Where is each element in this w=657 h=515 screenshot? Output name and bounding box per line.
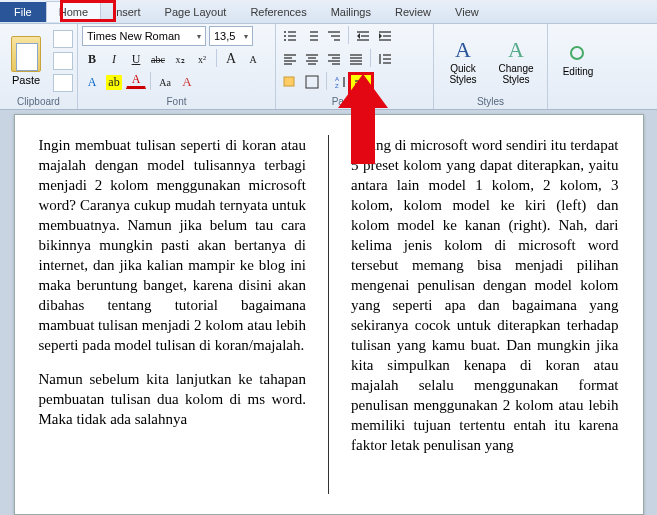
paste-button[interactable]: Paste bbox=[4, 36, 48, 86]
svg-point-2 bbox=[284, 35, 286, 37]
svg-point-0 bbox=[284, 31, 286, 33]
change-case-button[interactable]: Aa bbox=[155, 72, 175, 92]
chevron-down-icon: ▾ bbox=[244, 32, 248, 41]
highlight-sample: ab bbox=[106, 75, 121, 90]
change-styles-button[interactable]: A Change Styles bbox=[491, 37, 541, 85]
italic-button[interactable]: I bbox=[104, 49, 124, 69]
subscript-button[interactable]: x₂ bbox=[170, 49, 190, 69]
separator bbox=[370, 49, 371, 67]
format-painter-button[interactable] bbox=[53, 74, 73, 92]
ribbon: Paste Clipboard Times New Roman ▾ 13,5 ▾ bbox=[0, 24, 657, 110]
group-label-editing bbox=[552, 95, 604, 109]
superscript-button[interactable]: x² bbox=[192, 49, 212, 69]
shrink-font-button[interactable]: A bbox=[243, 49, 263, 69]
change-styles-label: Change Styles bbox=[491, 63, 541, 85]
line-spacing-button[interactable] bbox=[375, 49, 395, 69]
paragraph: Namun sebelum kita lanjutkan ke tahapan … bbox=[39, 369, 307, 429]
group-editing: Editing bbox=[548, 24, 608, 109]
quick-styles-button[interactable]: A Quick Styles bbox=[438, 37, 488, 85]
column-2: emang di microsoft word sendiri itu terd… bbox=[351, 135, 619, 494]
font-size-value: 13,5 bbox=[214, 30, 235, 42]
editing-label: Editing bbox=[563, 66, 594, 77]
svg-rect-41 bbox=[306, 76, 318, 88]
font-name-combo[interactable]: Times New Roman ▾ bbox=[82, 26, 206, 46]
justify-button[interactable] bbox=[346, 49, 366, 69]
group-styles: A Quick Styles A Change Styles Styles bbox=[434, 24, 548, 109]
font-name-value: Times New Roman bbox=[87, 30, 180, 42]
highlight-button[interactable]: ab bbox=[104, 72, 124, 92]
separator bbox=[348, 26, 349, 44]
tab-mailings[interactable]: Mailings bbox=[319, 2, 383, 22]
grow-font-button[interactable]: A bbox=[221, 49, 241, 69]
align-right-button[interactable] bbox=[324, 49, 344, 69]
group-label-font: Font bbox=[82, 95, 271, 109]
increase-indent-button[interactable] bbox=[375, 26, 395, 46]
group-label-clipboard: Clipboard bbox=[4, 95, 73, 109]
tab-page-layout[interactable]: Page Layout bbox=[153, 2, 239, 22]
highlight-justify-button bbox=[348, 72, 374, 98]
cut-button[interactable] bbox=[53, 30, 73, 48]
bold-button[interactable]: B bbox=[82, 49, 102, 69]
svg-marker-15 bbox=[357, 33, 360, 39]
quick-styles-icon: A bbox=[455, 37, 471, 63]
shading-button[interactable] bbox=[280, 72, 300, 92]
find-icon bbox=[567, 44, 589, 66]
group-clipboard: Paste Clipboard bbox=[0, 24, 78, 109]
chevron-down-icon: ▾ bbox=[197, 32, 201, 41]
separator bbox=[216, 49, 217, 67]
copy-button[interactable] bbox=[53, 52, 73, 70]
paste-label: Paste bbox=[12, 74, 40, 86]
tab-insert[interactable]: Insert bbox=[101, 2, 153, 22]
paragraph: emang di microsoft word sendiri itu terd… bbox=[351, 135, 619, 455]
align-left-button[interactable] bbox=[280, 49, 300, 69]
numbering-button[interactable] bbox=[302, 26, 322, 46]
font-color-button[interactable]: A bbox=[126, 72, 146, 89]
clear-formatting-button[interactable]: A bbox=[177, 72, 197, 92]
quick-styles-label: Quick Styles bbox=[438, 63, 488, 85]
tab-home[interactable]: Home bbox=[46, 1, 101, 22]
document-area: Ingin membuat tulisan seperti di koran a… bbox=[0, 110, 657, 515]
underline-button[interactable]: U bbox=[126, 49, 146, 69]
column-separator bbox=[328, 135, 329, 494]
tab-view[interactable]: View bbox=[443, 2, 491, 22]
bullets-button[interactable] bbox=[280, 26, 300, 46]
tab-references[interactable]: References bbox=[238, 2, 318, 22]
change-styles-icon: A bbox=[508, 37, 524, 63]
decrease-indent-button[interactable] bbox=[353, 26, 373, 46]
editing-button[interactable]: Editing bbox=[563, 44, 594, 77]
group-font: Times New Roman ▾ 13,5 ▾ B I U abc x₂ x²… bbox=[78, 24, 276, 109]
svg-point-4 bbox=[284, 39, 286, 41]
font-size-combo[interactable]: 13,5 ▾ bbox=[209, 26, 253, 46]
svg-text:Z: Z bbox=[335, 83, 339, 89]
svg-text:A: A bbox=[335, 76, 339, 82]
align-center-button[interactable] bbox=[302, 49, 322, 69]
group-label-styles: Styles bbox=[438, 95, 543, 109]
borders-button[interactable] bbox=[302, 72, 322, 92]
strikethrough-button[interactable]: abc bbox=[148, 49, 168, 69]
column-1: Ingin membuat tulisan seperti di koran a… bbox=[39, 135, 307, 494]
paragraph: Ingin membuat tulisan seperti di koran a… bbox=[39, 135, 307, 355]
multilevel-button[interactable] bbox=[324, 26, 344, 46]
separator bbox=[326, 72, 327, 90]
separator bbox=[150, 72, 151, 90]
tab-file[interactable]: File bbox=[0, 2, 46, 22]
page[interactable]: Ingin membuat tulisan seperti di koran a… bbox=[14, 114, 644, 515]
tab-review[interactable]: Review bbox=[383, 2, 443, 22]
paste-icon bbox=[11, 36, 41, 72]
text-effects-button[interactable]: A bbox=[82, 72, 102, 92]
svg-marker-19 bbox=[379, 33, 382, 39]
menu-bar: File Home Insert Page Layout References … bbox=[0, 0, 657, 24]
svg-rect-40 bbox=[284, 77, 294, 86]
